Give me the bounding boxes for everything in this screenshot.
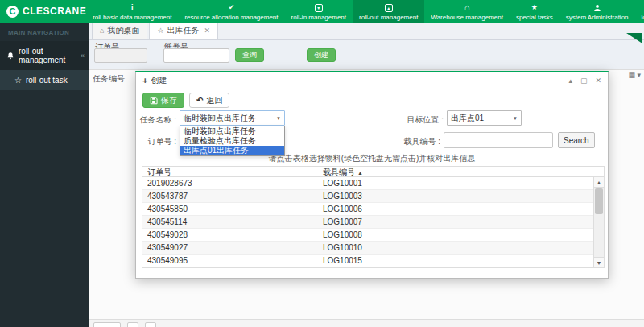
corner-ribbon[interactable]	[626, 33, 642, 43]
sidebar-item-roll-out-management[interactable]: roll-out management «	[0, 41, 89, 70]
nav-roll-out-management[interactable]: ▴ roll-out management	[353, 0, 424, 23]
table-cell: LOG10010	[318, 242, 604, 254]
create-button[interactable]: 创建	[307, 48, 336, 62]
column-chooser-icon[interactable]: ▦ ▾	[628, 71, 641, 79]
info-icon: i	[131, 3, 134, 13]
sidebar-item-label: roll-out management	[19, 47, 80, 64]
nav-special-tasks[interactable]: ★ special tasks	[510, 0, 559, 23]
tab-label: 我的桌面	[107, 25, 139, 36]
target-location-select[interactable]: 出库点01 ▼	[447, 110, 522, 126]
target-location-value: 出库点01	[451, 113, 484, 124]
sidebar: MAIN NAVIGATION roll-out management « ☆ …	[0, 23, 89, 327]
page-nav-button[interactable]	[145, 322, 156, 327]
modal-order-no-label: 订单号 :	[136, 136, 176, 147]
table-row[interactable]: 430545114LOG10007	[142, 216, 604, 229]
table-row[interactable]: 2019028673LOG10001	[142, 177, 604, 190]
table-cell: 430549027	[142, 242, 318, 254]
page-nav-button[interactable]	[127, 322, 138, 327]
brand-logo[interactable]: C CLESCRANE	[0, 0, 86, 23]
table-row[interactable]: 430549028LOG10008	[142, 229, 604, 242]
task-name-select[interactable]: 临时装卸点出库任务 ▼	[180, 110, 285, 126]
column-header-order-no[interactable]: 订单号	[142, 167, 318, 176]
tab-label: 出库任务	[167, 25, 200, 36]
table-cell: 430549095	[142, 255, 318, 267]
task-name-value: 临时装卸点出库任务	[184, 113, 256, 124]
table-cell: 430549028	[142, 229, 318, 241]
scrollbar-thumb[interactable]	[595, 188, 603, 214]
modal-header: + 创建 ▴ ▢ ✕	[136, 72, 608, 88]
home-icon: ⌂	[100, 27, 104, 35]
carrier-no-label: 载具编号 :	[395, 136, 440, 147]
table-header-row: 订单号 载具编号▲	[142, 167, 604, 177]
save-icon	[150, 97, 158, 105]
tab-my-desktop[interactable]: ⌂ 我的桌面	[92, 21, 147, 39]
back-arrow-icon: ↶	[196, 96, 203, 105]
search-button[interactable]: Search	[558, 132, 595, 148]
nav-system-administration[interactable]: system Administration	[559, 0, 635, 23]
nav-label: roll basic data management	[93, 14, 171, 21]
box-arrow-up-icon: ▴	[385, 3, 393, 13]
minimize-icon[interactable]: ▴	[568, 77, 572, 85]
tab-bar: ⌂ 我的桌面 ☆ 出库任务 ✕	[89, 23, 644, 40]
bell-icon	[6, 52, 14, 60]
nav-roll-basic-data-management[interactable]: i roll basic data management	[86, 0, 178, 23]
nav-warehouse-management[interactable]: ⌂ Warehouse management	[424, 0, 510, 23]
nav-label: resource allocation management	[184, 14, 278, 21]
table-cell: 430545114	[142, 216, 318, 228]
nav-label: special tasks	[516, 14, 553, 21]
nav-resource-allocation-management[interactable]: ✔ resource allocation management	[178, 0, 284, 23]
angle-double-icon: «	[80, 52, 85, 60]
table-cell: LOG10008	[318, 229, 604, 241]
modal-title: + 创建	[142, 75, 167, 86]
table-row[interactable]: 430543787LOG10003	[142, 190, 604, 203]
save-button[interactable]: 保存	[142, 93, 184, 108]
clescrane-logo-icon: C	[6, 6, 19, 18]
page-size-select[interactable]	[93, 322, 121, 327]
box-arrow-down-icon: ▾	[315, 3, 323, 13]
dropdown-option[interactable]: 临时装卸点出库任务	[180, 126, 284, 136]
column-header-carrier-no[interactable]: 载具编号▲	[318, 167, 604, 176]
table-row[interactable]: 430549027LOG10010	[142, 242, 604, 255]
table-cell: 2019028673	[142, 177, 318, 189]
table-cell: LOG10001	[318, 177, 604, 189]
query-button[interactable]: 查询	[235, 48, 264, 62]
sidebar-heading: MAIN NAVIGATION	[0, 23, 89, 41]
back-button[interactable]: ↶ 返回	[189, 93, 229, 108]
table-row[interactable]: 430549095LOG10015	[142, 255, 604, 267]
star-outline-icon: ☆	[157, 27, 163, 35]
modal-table-body: 2019028673LOG10001430543787LOG1000343054…	[142, 177, 604, 267]
task-no-column-header: 任务编号	[93, 73, 125, 85]
nav-label: log management	[642, 14, 644, 21]
check-icon: ✔	[229, 3, 235, 13]
task-name-dropdown-list: 临时装卸点出库任务质量检验点出库任务出库点01出库任务	[180, 126, 285, 156]
table-cell: LOG10006	[318, 203, 604, 215]
table-cell: LOG10015	[318, 255, 604, 267]
task-name-label: 任务名称 :	[136, 114, 176, 126]
close-icon[interactable]: ✕	[204, 27, 211, 35]
nav-log-management[interactable]: ▤ log management	[635, 0, 644, 23]
topbar: C CLESCRANE i roll basic data management…	[0, 0, 644, 23]
scroll-down-icon[interactable]: ▼	[594, 257, 604, 267]
maximize-icon[interactable]: ▢	[580, 77, 588, 85]
target-location-label: 目标位置 :	[402, 114, 444, 126]
nav-label: system Administration	[566, 14, 629, 21]
dropdown-option[interactable]: 出库点01出库任务	[180, 146, 284, 155]
tab-outbound-task[interactable]: ☆ 出库任务 ✕	[149, 21, 218, 39]
nav-roll-in-management[interactable]: ▾ roll-in management	[285, 0, 353, 23]
sidebar-item-label: roll-out task	[26, 76, 68, 85]
table-row[interactable]: 430545850LOG10006	[142, 203, 604, 216]
carrier-no-input[interactable]	[444, 132, 553, 148]
order-no-input[interactable]	[94, 48, 147, 63]
roll-no-input[interactable]	[163, 48, 229, 63]
pagination-fragment[interactable]	[89, 319, 644, 327]
table-cell: 430545850	[142, 203, 318, 215]
table-cell: LOG10007	[318, 216, 604, 228]
dropdown-option[interactable]: 质量检验点出库任务	[180, 136, 284, 146]
nav-label: roll-in management	[291, 14, 346, 21]
sidebar-item-roll-out-task[interactable]: ☆ roll-out task	[0, 70, 89, 90]
person-icon	[593, 3, 601, 13]
scroll-up-icon[interactable]: ▲	[594, 177, 604, 188]
close-icon[interactable]: ✕	[595, 77, 601, 85]
vertical-scrollbar[interactable]: ▲ ▼	[593, 177, 604, 267]
warehouse-icon: ⌂	[464, 3, 470, 13]
